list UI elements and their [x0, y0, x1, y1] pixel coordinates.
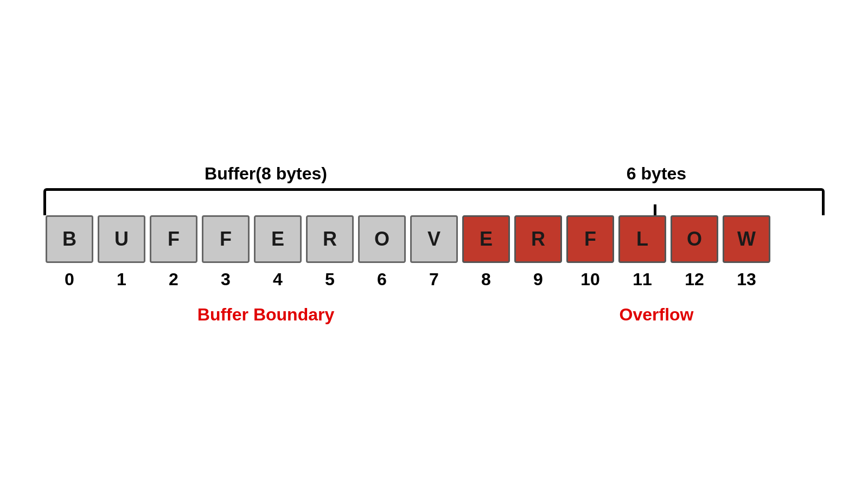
index-12: 12: [671, 269, 718, 290]
cells-row: B U F F E R O V E R F L O W: [43, 215, 773, 263]
index-3: 3: [202, 269, 250, 290]
overflow-annotation-label: Overflow: [620, 305, 694, 325]
cell-9: R: [514, 215, 562, 263]
index-2: 2: [150, 269, 197, 290]
index-7: 7: [410, 269, 458, 290]
cell-3: F: [202, 215, 250, 263]
cell-12: O: [671, 215, 718, 263]
cell-13: W: [723, 215, 770, 263]
index-4: 4: [254, 269, 302, 290]
index-11: 11: [618, 269, 666, 290]
index-0: 0: [46, 269, 93, 290]
index-1: 1: [98, 269, 145, 290]
cell-6: O: [358, 215, 406, 263]
index-10: 10: [566, 269, 614, 290]
cell-0: B: [46, 215, 93, 263]
cell-4: E: [254, 215, 302, 263]
buffer-label: Buffer(8 bytes): [205, 164, 327, 184]
diagram-wrapper: Buffer(8 bytes) 6 bytes B U F F E R O V: [43, 164, 825, 325]
cell-8: E: [462, 215, 510, 263]
index-6: 6: [358, 269, 406, 290]
overflow-label: 6 bytes: [627, 164, 686, 184]
index-5: 5: [306, 269, 354, 290]
cell-11: L: [618, 215, 666, 263]
cell-2: F: [150, 215, 197, 263]
overflow-bracket: [488, 188, 825, 204]
cell-5: R: [306, 215, 354, 263]
buffer-bracket: [43, 188, 488, 204]
index-9: 9: [514, 269, 562, 290]
numbers-row: 0 1 2 3 4 5 6 7 8 9 10 11 12 13: [43, 269, 773, 290]
cell-1: U: [98, 215, 145, 263]
cell-7: V: [410, 215, 458, 263]
buffer-boundary-label: Buffer Boundary: [197, 305, 334, 325]
index-8: 8: [462, 269, 510, 290]
cell-10: F: [566, 215, 614, 263]
index-13: 13: [723, 269, 770, 290]
